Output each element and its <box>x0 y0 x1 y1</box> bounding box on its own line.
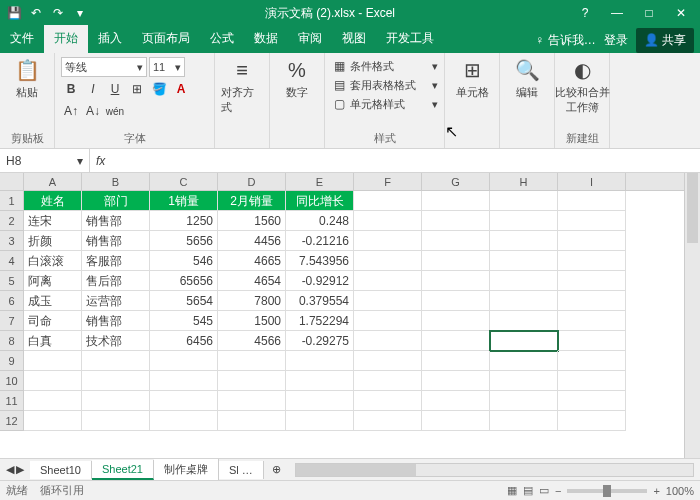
cell[interactable]: 销售部 <box>82 211 150 231</box>
cell[interactable] <box>82 371 150 391</box>
zoom-in-button[interactable]: + <box>653 485 659 497</box>
cell[interactable] <box>218 371 286 391</box>
cell[interactable] <box>150 391 218 411</box>
cell[interactable]: 1.752294 <box>286 311 354 331</box>
col-header[interactable]: C <box>150 173 218 190</box>
fx-label[interactable]: fx <box>96 154 105 168</box>
cell[interactable] <box>558 351 626 371</box>
minimize-button[interactable]: — <box>602 3 632 23</box>
cell[interactable] <box>82 411 150 431</box>
cells-button[interactable]: ⊞ 单元格 <box>451 57 493 100</box>
tab-view[interactable]: 视图 <box>332 25 376 53</box>
cell[interactable] <box>286 351 354 371</box>
row-header[interactable]: 5 <box>0 271 23 291</box>
cell[interactable] <box>354 411 422 431</box>
col-header[interactable]: H <box>490 173 558 190</box>
cell[interactable] <box>218 411 286 431</box>
col-header[interactable]: I <box>558 173 626 190</box>
sheet-tab[interactable]: Sheet10 <box>30 461 92 479</box>
tab-page-layout[interactable]: 页面布局 <box>132 25 200 53</box>
horizontal-scrollbar[interactable] <box>295 463 694 477</box>
help-icon[interactable]: ? <box>570 3 600 23</box>
cell[interactable] <box>490 411 558 431</box>
cell[interactable]: 546 <box>150 251 218 271</box>
col-header[interactable]: D <box>218 173 286 190</box>
cell[interactable] <box>218 391 286 411</box>
cell[interactable] <box>422 371 490 391</box>
cell[interactable] <box>490 391 558 411</box>
cell[interactable] <box>558 391 626 411</box>
cell[interactable] <box>422 251 490 271</box>
cell[interactable] <box>286 391 354 411</box>
cell[interactable]: 部门 <box>82 191 150 211</box>
cell[interactable] <box>422 231 490 251</box>
cell[interactable]: 1560 <box>218 211 286 231</box>
cell[interactable] <box>354 231 422 251</box>
row-header[interactable]: 3 <box>0 231 23 251</box>
cell[interactable] <box>354 391 422 411</box>
zoom-out-button[interactable]: − <box>555 485 561 497</box>
cell[interactable] <box>490 291 558 311</box>
italic-button[interactable]: I <box>83 79 103 99</box>
cell[interactable]: 4566 <box>218 331 286 351</box>
cell[interactable]: 1销量 <box>150 191 218 211</box>
cell[interactable]: 同比增长 <box>286 191 354 211</box>
cell[interactable] <box>422 191 490 211</box>
sheet-nav[interactable]: ◀▶ <box>0 463 30 476</box>
cell[interactable] <box>354 291 422 311</box>
cell[interactable] <box>558 311 626 331</box>
cell[interactable] <box>286 371 354 391</box>
view-break-icon[interactable]: ▭ <box>539 484 549 497</box>
cell[interactable] <box>490 271 558 291</box>
cell[interactable]: 0.379554 <box>286 291 354 311</box>
cell[interactable]: 4665 <box>218 251 286 271</box>
cell[interactable] <box>286 411 354 431</box>
cell[interactable] <box>354 331 422 351</box>
cell[interactable]: 5656 <box>150 231 218 251</box>
cell[interactable]: 白真 <box>24 331 82 351</box>
tell-me[interactable]: ♀ 告诉我… <box>535 32 595 49</box>
cell[interactable] <box>24 371 82 391</box>
cell[interactable]: 65656 <box>150 271 218 291</box>
font-name-combo[interactable]: 等线▾ <box>61 57 147 77</box>
select-all-corner[interactable] <box>0 173 24 191</box>
cell[interactable] <box>354 211 422 231</box>
tab-formulas[interactable]: 公式 <box>200 25 244 53</box>
cell[interactable] <box>490 251 558 271</box>
bold-button[interactable]: B <box>61 79 81 99</box>
cell[interactable]: 成玉 <box>24 291 82 311</box>
editing-button[interactable]: 🔍 编辑 <box>506 57 548 100</box>
row-headers[interactable]: 123456789101112 <box>0 191 24 431</box>
col-header[interactable]: B <box>82 173 150 190</box>
cell[interactable] <box>354 311 422 331</box>
cell[interactable] <box>422 291 490 311</box>
cell[interactable]: 阿离 <box>24 271 82 291</box>
cell[interactable]: -0.29275 <box>286 331 354 351</box>
row-header[interactable]: 1 <box>0 191 23 211</box>
cell[interactable] <box>490 231 558 251</box>
cell[interactable] <box>558 231 626 251</box>
cell[interactable] <box>490 351 558 371</box>
cell[interactable] <box>558 371 626 391</box>
tab-review[interactable]: 审阅 <box>288 25 332 53</box>
qat-more-icon[interactable]: ▾ <box>70 3 90 23</box>
login-button[interactable]: 登录 <box>604 32 628 49</box>
cell[interactable] <box>354 271 422 291</box>
col-header[interactable]: A <box>24 173 82 190</box>
cell[interactable] <box>558 411 626 431</box>
cell[interactable] <box>490 211 558 231</box>
cell[interactable]: 545 <box>150 311 218 331</box>
cell[interactable]: 销售部 <box>82 231 150 251</box>
cell[interactable] <box>82 351 150 371</box>
redo-icon[interactable]: ↷ <box>48 3 68 23</box>
tab-file[interactable]: 文件 <box>0 25 44 53</box>
cell[interactable] <box>490 311 558 331</box>
cell[interactable] <box>422 391 490 411</box>
row-header[interactable]: 4 <box>0 251 23 271</box>
border-button[interactable]: ⊞ <box>127 79 147 99</box>
cell[interactable] <box>354 351 422 371</box>
save-icon[interactable]: 💾 <box>4 3 24 23</box>
fill-color-button[interactable]: 🪣 <box>149 79 169 99</box>
view-normal-icon[interactable]: ▦ <box>507 484 517 497</box>
cell[interactable] <box>490 331 558 351</box>
